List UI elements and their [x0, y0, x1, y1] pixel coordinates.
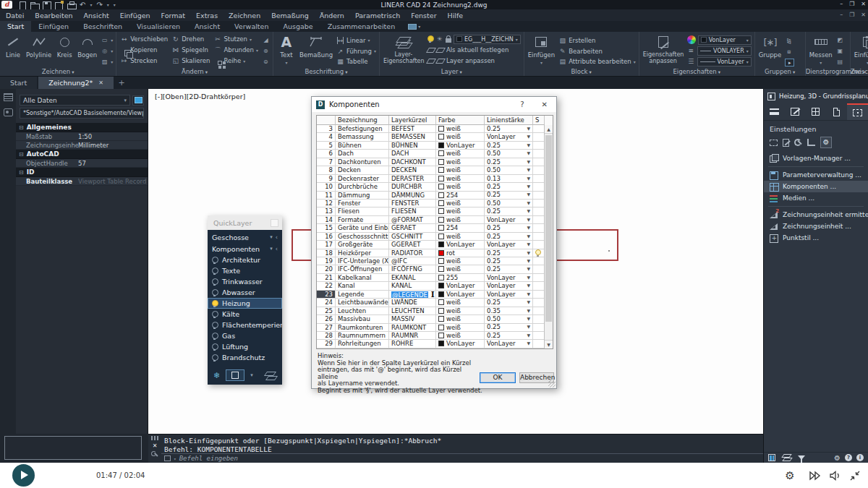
cell-bezeichnung[interactable]: Bühnen	[336, 142, 389, 150]
layers-stack-icon[interactable]	[782, 454, 791, 461]
cell-farbe[interactable]: VonLayer	[436, 282, 485, 290]
settings-menu-item[interactable]: Parameterverwaltung ...	[764, 169, 868, 181]
row-number-cell[interactable]: 22	[317, 282, 336, 290]
cell-s[interactable]	[533, 340, 544, 348]
cell-linienstaerke[interactable]: VonLayer▼	[485, 274, 533, 282]
dropdown-arrow-icon[interactable]: ▼	[527, 274, 530, 281]
group-label-zwischenablage[interactable]: Zwischenablage	[851, 68, 868, 75]
row-number-cell[interactable]: 20	[317, 265, 336, 273]
property-row[interactable]: BauteilklasseViewport Table Record	[16, 177, 148, 186]
cell-farbe[interactable]: weiß	[436, 332, 485, 340]
tool-block-bearbeiten[interactable]: ✎Bearbeiten	[558, 46, 636, 56]
cell-s[interactable]	[533, 274, 544, 282]
row-number-cell[interactable]: 23	[317, 291, 336, 299]
doc-minimize-button[interactable]	[840, 12, 843, 18]
cell-layerkuerzel[interactable]: GGERAET	[389, 241, 436, 249]
group-label-block[interactable]: Block	[524, 68, 639, 75]
menubar-item[interactable]: Einfügen	[120, 12, 150, 20]
cell-layerkuerzel[interactable]: GERAET	[389, 224, 436, 232]
cell-bezeichnung[interactable]: Geräte und Einbauteile	[336, 224, 389, 232]
cell-layerkuerzel[interactable]: @IFC	[389, 257, 436, 265]
table-row[interactable]: 12FensterFENSTERweiß0.50▼	[317, 200, 544, 207]
chevron-left-icon[interactable]: ‹	[276, 234, 278, 241]
cell-farbe[interactable]: VonLayer	[436, 142, 485, 150]
ribbon-tab[interactable]: Ausgabe	[276, 21, 320, 32]
cell-farbe[interactable]: weiß	[436, 175, 485, 183]
tool-punkt[interactable]: ▣	[836, 46, 844, 56]
cell-farbe[interactable]: weiß	[436, 200, 485, 207]
bulb-icon[interactable]	[212, 322, 218, 329]
property-value[interactable]: Millimeter	[78, 142, 148, 149]
table-row[interactable]: 4BemassungBEMASSENweißVonLayer▼	[317, 133, 544, 141]
cell-linienstaerke[interactable]: 0.50▼	[485, 200, 533, 207]
property-section-header[interactable]: AutoCAD	[16, 150, 148, 159]
cell-linienstaerke[interactable]: 0.25▼	[485, 249, 533, 257]
ribbon-tab[interactable]: Beschriften	[76, 21, 129, 32]
dropdown-arrow-icon[interactable]: ▼	[527, 340, 530, 347]
dropdown-arrow-icon[interactable]: ▼	[527, 332, 530, 339]
cell-linienstaerke[interactable]: 0.25▼	[485, 142, 533, 150]
dropdown-arrow-icon[interactable]: ▼	[527, 307, 530, 314]
tool-bogen[interactable]: Bogen	[77, 34, 97, 67]
ribbon-tab[interactable]: Start	[0, 21, 31, 32]
tool-block-einfuegen[interactable]: Einfügen▾	[528, 34, 556, 67]
menubar-item[interactable]: Datei	[6, 12, 24, 20]
cell-linienstaerke[interactable]: 0.25▼	[485, 332, 533, 340]
menubar-item[interactable]: Format	[161, 12, 185, 20]
dialog-help-button[interactable]: ?	[511, 100, 532, 108]
cell-farbe[interactable]: VonLayer	[436, 291, 485, 299]
table-row[interactable]: 21KabelkanalEKANAL255VonLayer▼	[317, 274, 544, 282]
dialog-close-button[interactable]: ✕	[537, 100, 552, 108]
dropdown-arrow-icon[interactable]: ▼	[527, 291, 530, 298]
undo-dropdown-icon[interactable]: ▾	[90, 2, 92, 7]
player-settings-icon[interactable]: ⚙	[783, 469, 796, 482]
cell-layerkuerzel[interactable]: LWÄNDE	[389, 299, 436, 307]
cell-bezeichnung[interactable]: Deckenraster	[336, 175, 389, 183]
cell-linienstaerke[interactable]: 0.25▼	[485, 233, 533, 241]
cell-s[interactable]	[533, 257, 544, 265]
cell-layerkuerzel[interactable]: RADIATOR	[389, 249, 436, 257]
menubar-item[interactable]: Extras	[196, 12, 218, 20]
tool-explodieren[interactable]: ⊛	[262, 46, 270, 56]
row-number-cell[interactable]: 12	[317, 200, 336, 207]
dropdown-arrow-icon[interactable]: ▼	[527, 257, 530, 265]
cell-layerkuerzel[interactable]: ROHRE	[389, 340, 436, 348]
cell-bezeichnung[interactable]: Dachkonturen	[336, 158, 389, 166]
dropdown-arrow-icon[interactable]: ▼	[527, 265, 530, 273]
cell-farbe[interactable]: 254	[436, 224, 485, 232]
tool-gruppe-bearbeiten[interactable]: ⧇	[785, 47, 794, 57]
scroll-down-icon[interactable]: ▼	[545, 340, 553, 348]
bulb-icon[interactable]	[212, 278, 218, 286]
tab-menu[interactable]	[764, 103, 785, 120]
cell-layerkuerzel[interactable]: BEMASSEN	[389, 133, 436, 141]
cell-farbe[interactable]: weiß	[436, 133, 485, 141]
menubar-item[interactable]: Bearbeiten	[35, 12, 72, 20]
scroll-up-icon[interactable]: ▲	[545, 125, 553, 134]
quicklayer-titlebar[interactable]: QuickLayer	[208, 215, 282, 230]
tool-block-erstellen[interactable]: ▧Erstellen	[558, 35, 636, 46]
new-file-icon[interactable]	[18, 1, 26, 9]
menubar-item[interactable]: Ändern	[320, 12, 344, 20]
row-number-cell[interactable]: 7	[317, 158, 336, 166]
settings-menu-item[interactable]: Punktstil ...	[764, 232, 868, 244]
volume-icon[interactable]	[828, 469, 841, 482]
cell-linienstaerke[interactable]: 0.13▼	[485, 175, 533, 183]
row-number-cell[interactable]: 27	[317, 324, 336, 332]
cell-s[interactable]	[533, 150, 544, 158]
cell-s[interactable]	[533, 241, 544, 249]
cell-bezeichnung[interactable]: Raumnummern	[336, 332, 389, 340]
row-number-cell[interactable]: 6	[317, 150, 336, 158]
dropdown-arrow-icon[interactable]: ▼	[527, 183, 530, 190]
quicklayer-item[interactable]: Flächentemperierung	[208, 320, 282, 330]
group-select-toggle[interactable]: ▸	[785, 59, 794, 67]
freeze-icon[interactable]: ❄	[213, 371, 220, 380]
dialog-titlebar[interactable]: D Komponenten ? ✕	[312, 97, 556, 112]
cell-s[interactable]	[533, 282, 544, 290]
print-icon[interactable]	[67, 1, 75, 9]
dropdown-arrow-icon[interactable]: ▼	[527, 200, 530, 207]
bulb-icon[interactable]	[212, 354, 218, 361]
cell-farbe[interactable]: weiß	[436, 125, 485, 133]
property-value[interactable]: Viewport Table Record	[78, 178, 148, 185]
row-number-cell[interactable]: 5	[317, 142, 336, 150]
cell-linienstaerke[interactable]: 0.25▼	[485, 299, 533, 307]
